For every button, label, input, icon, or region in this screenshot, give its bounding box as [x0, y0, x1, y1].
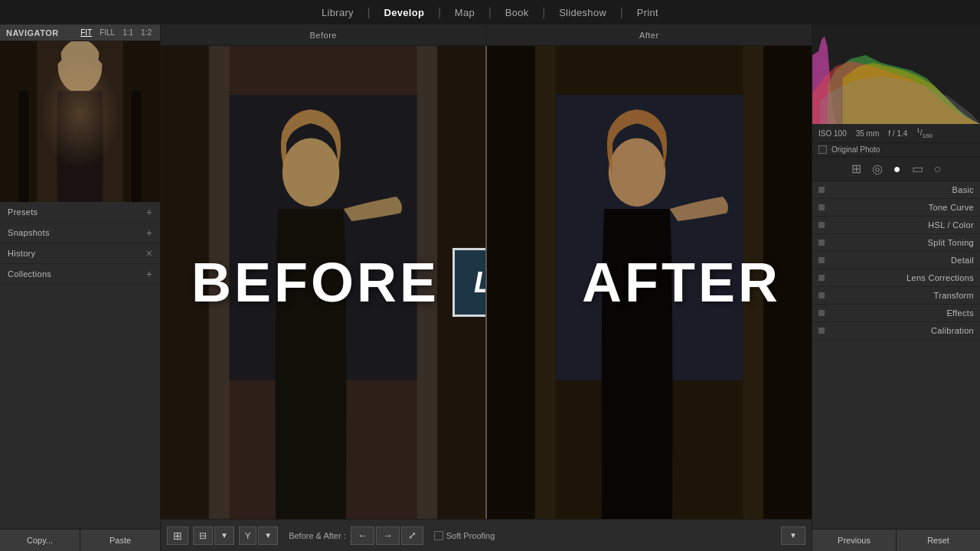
basic-toggle — [818, 187, 825, 193]
nav-book[interactable]: Book — [498, 4, 537, 21]
left-panel-bottom-buttons: Copy... Paste — [0, 529, 160, 551]
split-toning-label: Split Toning — [829, 238, 974, 247]
view-mode-icons-row: ⊞ ◎ ● ▭ ○ — [812, 157, 980, 181]
zoom-1-1[interactable]: 1:1 — [120, 28, 136, 37]
snapshots-add-icon[interactable]: + — [146, 227, 152, 238]
nav-sep-3: | — [488, 6, 492, 18]
lens-corrections-toggle — [818, 275, 825, 281]
navigator-preview — [0, 41, 160, 202]
view-options-dropdown[interactable]: ▼ — [781, 527, 805, 545]
collections-section[interactable]: Collections + — [0, 264, 160, 285]
lr-logo: Lr — [452, 248, 487, 317]
reset-button[interactable]: Reset — [897, 530, 980, 551]
tone-curve-section[interactable]: Tone Curve — [812, 199, 980, 217]
collections-add-icon[interactable]: + — [146, 269, 152, 279]
basic-section[interactable]: Basic — [812, 181, 980, 199]
y-dropdown-button[interactable]: ▼ — [258, 527, 278, 545]
tone-curve-toggle — [818, 204, 825, 210]
layout-single-button[interactable]: ⊟ — [193, 527, 213, 545]
lens-corrections-label: Lens Corrections — [829, 273, 974, 282]
nav-develop[interactable]: Develop — [377, 4, 433, 21]
soft-proofing-text: Soft Proofing — [446, 531, 495, 540]
zoom-fill[interactable]: FILL — [97, 28, 117, 37]
detail-label: Detail — [829, 256, 974, 265]
svg-rect-18 — [743, 46, 764, 519]
before-photo-panel: BEFORE Lr — [161, 46, 487, 519]
navigator-title: Navigator — [6, 28, 59, 37]
hsl-toggle — [818, 222, 825, 228]
effects-section[interactable]: Effects — [812, 305, 980, 322]
detail-section[interactable]: Detail — [812, 252, 980, 269]
presets-add-icon[interactable]: + — [146, 207, 152, 217]
previous-button[interactable]: Previous — [812, 530, 897, 551]
before-after-header: Before After — [161, 24, 812, 46]
nav-library[interactable]: Library — [314, 4, 361, 21]
ba-fullscreen[interactable]: ⤢ — [401, 527, 423, 545]
svg-rect-9 — [209, 46, 230, 519]
histogram-section: Histogram — [812, 24, 980, 124]
original-photo-row: Original Photo — [812, 143, 980, 157]
after-photo — [487, 46, 812, 519]
history-close-icon[interactable]: × — [146, 248, 152, 259]
bottom-toolbar: ⊞ ⊟ ▼ Y ▼ Before & After : ← → ⤢ Soft Pr… — [161, 519, 812, 551]
copy-button[interactable]: Copy... — [0, 530, 80, 551]
iso-value: ISO 100 — [818, 129, 847, 138]
rect-view-icon[interactable]: ▭ — [909, 160, 926, 178]
transform-label: Transform — [829, 291, 974, 300]
y-button[interactable]: Y — [239, 527, 256, 545]
svg-point-3 — [58, 41, 103, 93]
original-photo-label: Original Photo — [831, 145, 880, 154]
ba-arrow-left[interactable]: ← — [351, 527, 374, 545]
paste-button[interactable]: Paste — [80, 530, 160, 551]
tone-curve-label: Tone Curve — [829, 203, 974, 212]
circle-outline-icon[interactable]: ○ — [931, 161, 945, 178]
circle-view-icon[interactable]: ◎ — [869, 160, 886, 178]
preview-image — [0, 41, 160, 202]
grid-view-icon[interactable]: ⊞ — [848, 160, 864, 178]
soft-proofing-checkbox[interactable] — [434, 531, 443, 540]
top-navigation: Library | Develop | Map | Book | Slidesh… — [0, 0, 980, 24]
history-label: History — [8, 249, 35, 258]
layout-dropdown-button[interactable]: ▼ — [214, 527, 234, 545]
circle-active-icon[interactable]: ● — [890, 161, 904, 178]
original-photo-checkbox[interactable] — [818, 145, 827, 154]
view-mode-buttons: ⊞ — [167, 527, 188, 545]
effects-label: Effects — [829, 308, 974, 318]
ba-arrow-right[interactable]: → — [376, 527, 400, 545]
left-panel: Navigator FIT FILL 1:1 1:2 — [0, 24, 161, 551]
transform-section[interactable]: Transform — [812, 287, 980, 305]
effects-toggle — [818, 310, 825, 316]
hsl-section[interactable]: HSL / Color — [812, 217, 980, 234]
zoom-1-2[interactable]: 1:2 — [139, 28, 154, 37]
detail-toggle — [818, 257, 825, 263]
ba-arrow-buttons: ← → ⤢ — [351, 527, 423, 545]
split-toning-section[interactable]: Split Toning — [812, 234, 980, 252]
nav-sep-4: | — [543, 6, 546, 18]
calibration-section[interactable]: Calibration — [812, 322, 980, 340]
svg-point-20 — [609, 138, 666, 207]
presets-section[interactable]: Presets + — [0, 202, 160, 223]
snapshots-section[interactable]: Snapshots + — [0, 223, 160, 243]
basic-label: Basic — [829, 185, 974, 194]
layout-buttons: ⊟ ▼ — [193, 527, 234, 545]
svg-rect-17 — [535, 46, 556, 519]
snapshots-label: Snapshots — [8, 228, 50, 237]
lens-corrections-section[interactable]: Lens Corrections — [812, 269, 980, 287]
soft-proofing-label: Soft Proofing — [434, 531, 495, 540]
right-panel-bottom-buttons: Previous Reset — [812, 529, 980, 551]
navigator-header: Navigator FIT FILL 1:1 1:2 — [0, 24, 160, 41]
nav-sep-1: | — [368, 6, 371, 18]
aperture-value: f / 1.4 — [888, 129, 907, 138]
focal-length: 35 mm — [856, 129, 880, 138]
calibration-label: Calibration — [829, 326, 974, 335]
nav-slideshow[interactable]: Slideshow — [551, 4, 614, 21]
view-grid-button[interactable]: ⊞ — [167, 527, 188, 545]
history-section[interactable]: History × — [0, 243, 160, 264]
photo-comparison-area: BEFORE Lr — [161, 46, 812, 519]
zoom-controls: FIT FILL 1:1 1:2 — [78, 28, 154, 37]
hsl-label: HSL / Color — [829, 220, 974, 230]
right-panel-spacer — [812, 340, 980, 529]
nav-print[interactable]: Print — [629, 4, 666, 21]
zoom-fit[interactable]: FIT — [78, 28, 94, 37]
nav-map[interactable]: Map — [447, 4, 482, 21]
